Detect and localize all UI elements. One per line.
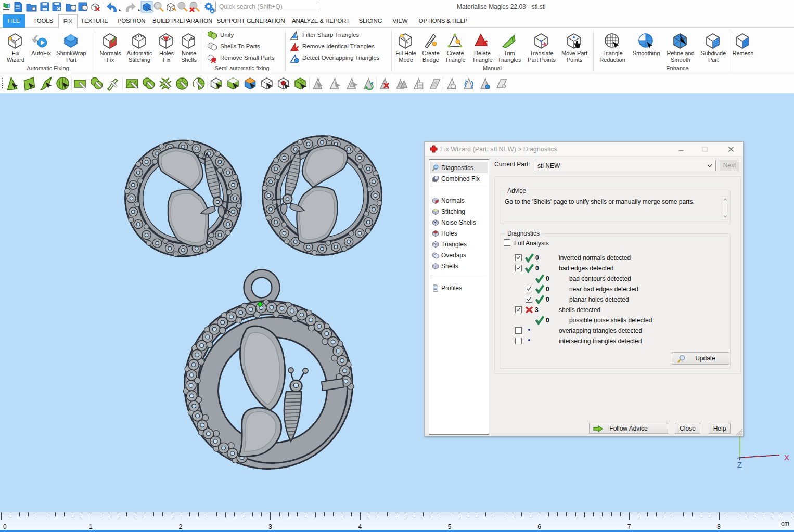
svg-text:Z: Z: [737, 460, 742, 469]
svg-text:X: X: [784, 453, 789, 462]
